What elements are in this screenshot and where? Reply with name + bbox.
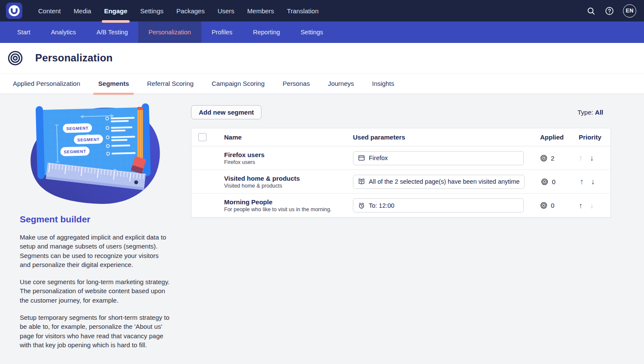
subnav-item-profiles[interactable]: Profiles bbox=[201, 21, 243, 43]
priority-up-button[interactable]: ↑ bbox=[579, 154, 583, 162]
segment-description: Visited home & products bbox=[224, 183, 353, 189]
subnav-item-settings[interactable]: Settings bbox=[290, 21, 333, 43]
open-book-icon bbox=[358, 178, 365, 185]
personalization-tabs: Applied Personalization Segments Referra… bbox=[0, 73, 644, 94]
search-icon[interactable] bbox=[586, 6, 595, 15]
subnav-item-ab-testing[interactable]: A/B Testing bbox=[86, 21, 138, 43]
bullseye-icon bbox=[541, 178, 548, 185]
bullseye-icon bbox=[540, 155, 547, 162]
applied-count: 2 bbox=[551, 155, 554, 162]
applied-count: 0 bbox=[551, 202, 554, 209]
parameter-label: Firefox bbox=[369, 155, 388, 161]
priority-down-button[interactable]: ↓ bbox=[591, 178, 595, 185]
sidebar-paragraph: Make use of aggregated implicit and expl… bbox=[20, 233, 170, 269]
topnav-item-packages[interactable]: Packages bbox=[170, 0, 211, 21]
priority-down-button[interactable]: ↓ bbox=[590, 154, 594, 162]
umbraco-logo[interactable] bbox=[6, 3, 22, 19]
segment-name[interactable]: Morning People bbox=[224, 198, 353, 206]
illustration-segment-pill: SEGMENT bbox=[77, 137, 100, 142]
topnav-item-users[interactable]: Users bbox=[211, 0, 241, 21]
segment-name[interactable]: Firefox users bbox=[224, 151, 353, 158]
parameter-chip[interactable]: All of the 2 selected page(s) have been … bbox=[353, 175, 525, 189]
bullseye-icon bbox=[7, 50, 23, 66]
segment-name[interactable]: Visited home & products bbox=[224, 175, 353, 182]
engage-sub-navigation: Start Analytics A/B Testing Personalizat… bbox=[0, 21, 644, 43]
priority-up-button[interactable]: ↑ bbox=[580, 178, 583, 185]
column-header-used-parameters: Used parameters bbox=[353, 133, 532, 141]
column-header-name: Name bbox=[216, 133, 353, 141]
tab-personas[interactable]: Personas bbox=[273, 73, 319, 94]
subnav-item-analytics[interactable]: Analytics bbox=[41, 21, 86, 43]
tab-campaign-scoring[interactable]: Campaign Scoring bbox=[203, 73, 273, 94]
subnav-item-start[interactable]: Start bbox=[7, 21, 41, 43]
tab-segments[interactable]: Segments bbox=[89, 73, 138, 94]
segment-builder-sidebar: SEGMENT SEGMENT SEGMENT bbox=[19, 102, 170, 349]
topnav-right: EN bbox=[586, 4, 636, 18]
applied-count: 0 bbox=[552, 178, 555, 185]
tab-referral-scoring[interactable]: Referral Scoring bbox=[138, 73, 202, 94]
column-header-applied: Applied bbox=[532, 133, 573, 141]
topnav-items: Content Media Engage Settings Packages U… bbox=[32, 0, 325, 21]
type-filter[interactable]: Type: All bbox=[577, 109, 611, 116]
alarm-clock-icon bbox=[358, 202, 365, 209]
top-navigation: Content Media Engage Settings Packages U… bbox=[0, 0, 644, 21]
topnav-item-members[interactable]: Members bbox=[241, 0, 281, 21]
illustration-segment-pill: SEGMENT bbox=[64, 149, 86, 154]
tab-applied-personalization[interactable]: Applied Personalization bbox=[4, 73, 89, 94]
sidebar-paragraph: Setup temporary segments for short-term … bbox=[20, 313, 170, 349]
priority-up-button[interactable]: ↑ bbox=[579, 202, 583, 209]
help-icon[interactable] bbox=[605, 6, 614, 15]
segment-builder-illustration: SEGMENT SEGMENT SEGMENT bbox=[24, 102, 165, 207]
add-new-segment-button[interactable]: Add new segment bbox=[191, 105, 261, 119]
segments-toolbar: Add new segment Type: All bbox=[191, 105, 611, 119]
user-avatar[interactable]: EN bbox=[623, 4, 636, 18]
column-header-priority: Priority bbox=[573, 133, 611, 141]
table-header-row: Name Used parameters Applied Priority bbox=[191, 128, 611, 146]
page-header: Personalization bbox=[0, 43, 644, 73]
sidebar-paragraph: Use core segments for long-term marketin… bbox=[20, 277, 170, 305]
browser-window-icon bbox=[358, 155, 365, 161]
topnav-item-settings[interactable]: Settings bbox=[134, 0, 170, 21]
parameter-label: All of the 2 selected page(s) have been … bbox=[369, 178, 519, 185]
table-row: Morning People For people who like to vi… bbox=[191, 194, 611, 217]
tab-insights[interactable]: Insights bbox=[363, 73, 404, 94]
parameter-chip[interactable]: Firefox bbox=[353, 151, 524, 165]
select-all-checkbox[interactable] bbox=[198, 133, 207, 141]
parameter-chip[interactable]: To: 12:00 bbox=[353, 198, 524, 212]
topnav-item-media[interactable]: Media bbox=[67, 0, 98, 21]
topnav-item-translation[interactable]: Translation bbox=[280, 0, 325, 21]
subnav-item-reporting[interactable]: Reporting bbox=[243, 21, 290, 43]
table-row: Firefox users Firefox users Firefox bbox=[191, 146, 611, 170]
bullseye-icon bbox=[540, 202, 547, 209]
page-title: Personalization bbox=[35, 52, 112, 64]
segments-table: Name Used parameters Applied Priority Fi… bbox=[191, 128, 611, 218]
priority-down-button[interactable]: ↓ bbox=[590, 202, 594, 209]
content-area: SEGMENT SEGMENT SEGMENT bbox=[0, 94, 644, 364]
segment-description: For people who like to visit us in the m… bbox=[224, 206, 353, 212]
subnav-item-personalization[interactable]: Personalization bbox=[138, 21, 201, 43]
sidebar-heading: Segment builder bbox=[20, 214, 170, 224]
type-filter-label: Type: bbox=[577, 109, 593, 116]
table-row: Visited home & products Visited home & p… bbox=[191, 170, 611, 194]
illustration-segment-pill: SEGMENT bbox=[66, 126, 88, 131]
topnav-item-engage[interactable]: Engage bbox=[97, 0, 134, 21]
segment-description: Firefox users bbox=[224, 159, 353, 165]
topnav-item-content[interactable]: Content bbox=[32, 0, 67, 21]
type-filter-value: All bbox=[595, 109, 603, 116]
parameter-label: To: 12:00 bbox=[369, 202, 395, 209]
segments-main: Add new segment Type: All Name Used para… bbox=[191, 105, 611, 218]
tab-journeys[interactable]: Journeys bbox=[319, 73, 363, 94]
